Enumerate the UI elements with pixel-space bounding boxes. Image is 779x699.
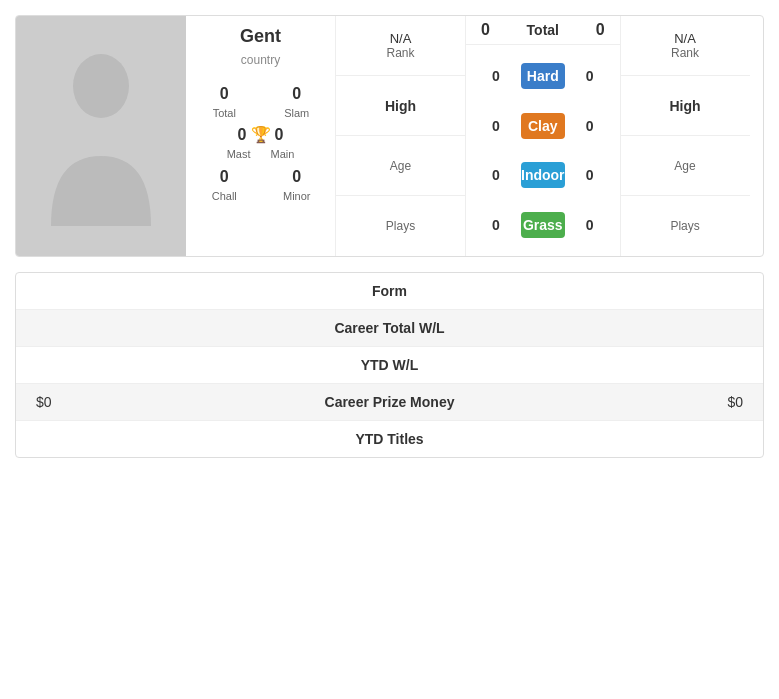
player1-name: Gent <box>240 26 281 47</box>
player2-rank-na: N/A <box>674 31 696 46</box>
clay-score-right: 0 <box>575 118 605 134</box>
player1-total-stat: 0 Total <box>191 85 258 121</box>
indoor-button: Indoor <box>521 162 565 188</box>
ytd-wl-label: YTD W/L <box>36 357 743 373</box>
player2-total-stat: 0 Total <box>755 85 764 121</box>
career-money-left: $0 <box>36 394 186 410</box>
player2-plays-row: Plays <box>621 196 750 256</box>
player1-main-value: 0 <box>275 126 284 144</box>
player2-high-value: High <box>669 98 700 114</box>
player1-chall-stats: 0 Chall 0 Minor <box>191 168 330 204</box>
player1-chall-label: Chall <box>212 190 237 202</box>
comparison-section: Gent country 0 Total 0 Slam 0 🏆 0 Mast M… <box>15 15 764 257</box>
player1-minor-value: 0 <box>264 168 331 186</box>
player1-detail: N/A Rank High Age Plays <box>336 16 466 256</box>
player1-mast-label: Mast <box>227 148 251 160</box>
player1-slam-label: Slam <box>284 107 309 119</box>
clay-row: 0 Clay 0 <box>466 109 620 143</box>
player1-info: Gent country 0 Total 0 Slam 0 🏆 0 Mast M… <box>186 16 336 256</box>
form-label: Form <box>36 283 743 299</box>
hard-score-left: 0 <box>481 68 511 84</box>
grass-score-right: 0 <box>575 217 605 233</box>
ytd-titles-row: YTD Titles <box>16 421 763 457</box>
player1-rank-row: N/A Rank <box>336 16 465 76</box>
total-row: 0 Total 0 <box>466 16 620 45</box>
hard-button: Hard <box>521 63 565 89</box>
indoor-score-left: 0 <box>481 167 511 183</box>
career-money-row: $0 Career Prize Money $0 <box>16 384 763 421</box>
player1-slam-value: 0 <box>264 85 331 103</box>
player2-chall-stats: 0 Chall 0 Minor <box>755 168 764 204</box>
player2-chall-value: 0 <box>755 168 764 186</box>
grass-score-left: 0 <box>481 217 511 233</box>
surface-rows: 0 Hard 0 0 Clay 0 0 Indoor 0 0 Grass 0 <box>466 45 620 256</box>
ytd-wl-row: YTD W/L <box>16 347 763 384</box>
player1-rank-na: N/A <box>390 31 412 46</box>
player1-stats: 0 Total 0 Slam <box>191 85 330 121</box>
hard-score-right: 0 <box>575 68 605 84</box>
center-section: 0 Total 0 0 Hard 0 0 Clay 0 0 Indoor 0 0 <box>466 16 620 256</box>
player1-chall-stat: 0 Chall <box>191 168 258 204</box>
career-wl-label: Career Total W/L <box>36 320 743 336</box>
player1-total-value: 0 <box>191 85 258 103</box>
clay-button: Clay <box>521 113 565 139</box>
player1-high-row: High <box>336 76 465 136</box>
player1-plays-label: Plays <box>386 219 415 233</box>
player1-mast-value: 0 <box>238 126 247 144</box>
player2-chall-stat: 0 Chall <box>755 168 764 204</box>
player1-high-value: High <box>385 98 416 114</box>
player2-info: Standard country 0 Total 0 Slam 0 🏆 0 Ma… <box>750 16 764 256</box>
player1-photo <box>16 16 186 256</box>
bottom-stats: Form Career Total W/L YTD W/L $0 Career … <box>15 272 764 458</box>
player1-silhouette <box>41 46 161 226</box>
player1-trophy-row: 0 🏆 0 <box>238 125 284 144</box>
career-money-label: Career Prize Money <box>186 394 593 410</box>
hard-row: 0 Hard 0 <box>466 59 620 93</box>
total-label: Total <box>527 22 559 38</box>
player1-age-row: Age <box>336 136 465 196</box>
player2-age-row: Age <box>621 136 750 196</box>
player1-country: country <box>241 53 280 67</box>
clay-score-left: 0 <box>481 118 511 134</box>
player2-plays-label: Plays <box>670 219 699 233</box>
total-score-right: 0 <box>596 21 605 39</box>
grass-row: 0 Grass 0 <box>466 208 620 242</box>
player1-trophy-icon: 🏆 <box>251 125 271 144</box>
player1-total-label: Total <box>213 107 236 119</box>
player2-age-label: Age <box>674 159 695 173</box>
player2-total-value: 0 <box>755 85 764 103</box>
player2-detail: N/A Rank High Age Plays <box>620 16 750 256</box>
indoor-score-right: 0 <box>575 167 605 183</box>
player1-minor-stat: 0 Minor <box>264 168 331 204</box>
player2-rank-label: Rank <box>671 46 699 60</box>
player2-rank-row: N/A Rank <box>621 16 750 76</box>
player2-stats: 0 Total 0 Slam <box>755 85 764 121</box>
player1-trophy-labels: Mast Main <box>227 148 295 160</box>
total-score-left: 0 <box>481 21 490 39</box>
player1-age-label: Age <box>390 159 411 173</box>
form-row: Form <box>16 273 763 310</box>
svg-point-0 <box>73 54 129 118</box>
indoor-row: 0 Indoor 0 <box>466 158 620 192</box>
ytd-titles-label: YTD Titles <box>36 431 743 447</box>
career-money-right: $0 <box>593 394 743 410</box>
player2-high-row: High <box>621 76 750 136</box>
player1-rank-label: Rank <box>386 46 414 60</box>
grass-button: Grass <box>521 212 565 238</box>
player1-main-label: Main <box>271 148 295 160</box>
player1-slam-stat: 0 Slam <box>264 85 331 121</box>
player1-minor-label: Minor <box>283 190 311 202</box>
player1-plays-row: Plays <box>336 196 465 256</box>
player1-chall-value: 0 <box>191 168 258 186</box>
career-wl-row: Career Total W/L <box>16 310 763 347</box>
